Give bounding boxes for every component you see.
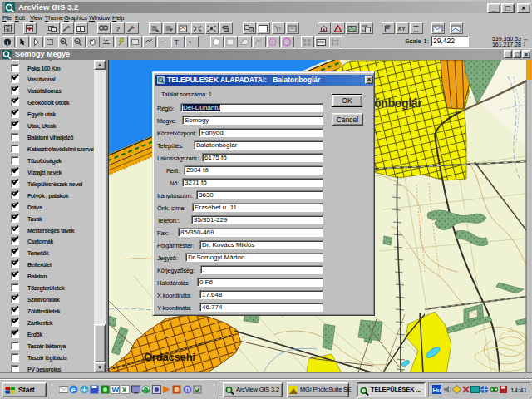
svg-text:T: T bbox=[175, 38, 180, 47]
svg-text:ónboglár: ónboglár bbox=[374, 96, 422, 110]
svg-text:W: W bbox=[112, 386, 120, 394]
svg-text:e: e bbox=[71, 386, 76, 394]
svg-text:i: i bbox=[7, 40, 8, 46]
svg-text:X: X bbox=[122, 386, 127, 394]
svg-text:Hu: Hu bbox=[433, 387, 441, 394]
svg-text:?: ? bbox=[116, 25, 120, 33]
svg-text:?: ? bbox=[278, 26, 282, 32]
svg-text:Ordacsehi: Ordacsehi bbox=[144, 351, 195, 363]
svg-text:XY: XY bbox=[397, 25, 406, 32]
